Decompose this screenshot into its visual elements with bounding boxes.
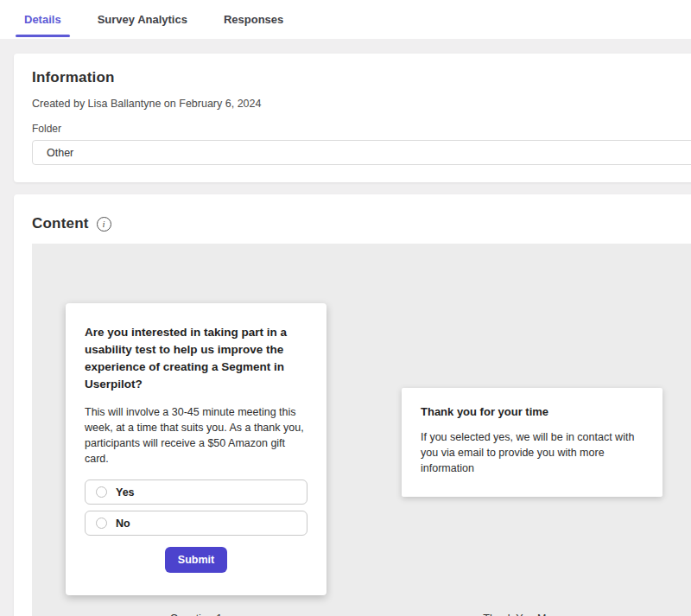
folder-label: Folder [32, 123, 691, 135]
content-card: Content i Are you interested in taking p… [14, 194, 691, 616]
tab-responses[interactable]: Responses [215, 0, 292, 39]
question-text: Are you interested in taking part in a u… [85, 324, 307, 393]
options-list: Yes No [85, 479, 307, 536]
info-icon[interactable]: i [97, 217, 111, 232]
information-card: Information Created by Lisa Ballantyne o… [14, 54, 691, 182]
content-title: Content [32, 215, 89, 232]
submit-button[interactable]: Submit [165, 547, 227, 573]
radio-icon[interactable] [96, 486, 107, 498]
tab-bar: Details Survey Analytics Responses [0, 0, 691, 39]
survey-preview-area: Are you interested in taking part in a u… [32, 244, 691, 616]
thank-you-title: Thank you for your time [421, 405, 643, 418]
option-yes-label: Yes [116, 486, 135, 499]
option-yes[interactable]: Yes [85, 479, 307, 505]
option-no-label: No [116, 518, 130, 530]
tab-details[interactable]: Details [16, 0, 70, 39]
question-description: This will involve a 30-45 minute meeting… [85, 404, 307, 467]
thank-you-card: Thank you for your time If you selected … [402, 388, 662, 497]
radio-icon[interactable] [96, 518, 107, 529]
folder-select-value: Other [47, 147, 73, 159]
option-no[interactable]: No [85, 511, 307, 536]
thank-you-body: If you selected yes, we will be in conta… [421, 429, 643, 476]
question-step-label: Question 1 [66, 613, 326, 616]
question-card: Are you interested in taking part in a u… [66, 303, 326, 595]
tab-survey-analytics[interactable]: Survey Analytics [89, 0, 196, 39]
information-title: Information [32, 69, 691, 86]
created-by-text: Created by Lisa Ballantyne on February 6… [32, 98, 691, 110]
thank-you-step-label: Thank You Message [402, 613, 662, 616]
folder-select[interactable]: Other [32, 140, 691, 165]
